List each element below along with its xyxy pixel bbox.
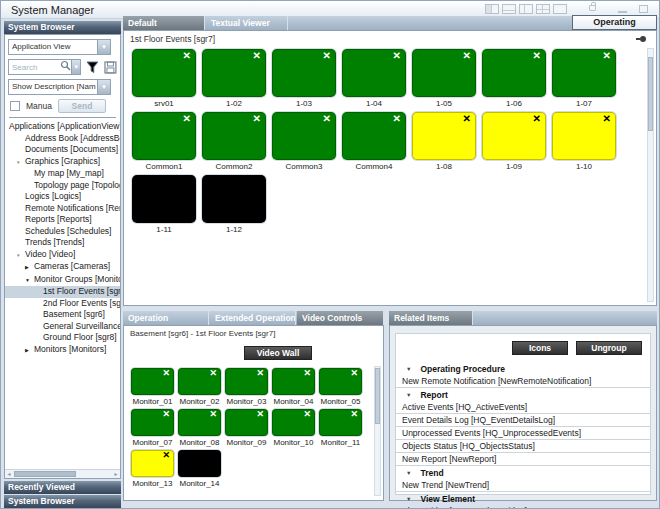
- scrollbar-thumb[interactable]: [648, 57, 653, 131]
- monitor-tile[interactable]: ✕: [272, 49, 336, 97]
- close-icon[interactable]: ✕: [162, 450, 170, 460]
- monitor-tile[interactable]: ✕: [272, 409, 315, 436]
- close-icon[interactable]: ✕: [533, 50, 541, 61]
- layout-icon-2[interactable]: [502, 4, 516, 14]
- collapse-arrow-icon[interactable]: ▼: [406, 470, 411, 476]
- close-icon[interactable]: ✕: [183, 50, 191, 61]
- layout-icon-1[interactable]: [485, 4, 499, 14]
- tree-item[interactable]: Schedules [Schedules]: [5, 226, 120, 238]
- tree-item[interactable]: Remote Notifications [RemoteNotificat: [5, 203, 120, 215]
- related-item[interactable]: Event Details Log [HQ_EventDetailsLog]: [396, 414, 650, 427]
- search-input[interactable]: [9, 60, 60, 74]
- monitor-tile[interactable]: ✕: [272, 368, 315, 395]
- chevron-down-icon[interactable]: ▼: [97, 80, 110, 94]
- tab-default[interactable]: Default: [123, 16, 205, 30]
- close-icon[interactable]: ✕: [256, 409, 264, 419]
- close-icon[interactable]: ✕: [323, 50, 331, 61]
- monitor-tile[interactable]: ✕: [202, 112, 266, 160]
- tab-extended-operation[interactable]: Extended Operation: [210, 311, 296, 325]
- monitor-tile[interactable]: ✕: [132, 112, 196, 160]
- monitor-tile[interactable]: ✕: [225, 409, 268, 436]
- collapse-arrow-icon[interactable]: ▼: [406, 366, 411, 372]
- close-icon[interactable]: ✕: [350, 409, 358, 419]
- tree-horizontal-scrollbar[interactable]: ◄ ►: [5, 469, 120, 478]
- tree-item[interactable]: 1st Floor Events [sgr7]: [5, 286, 120, 298]
- view-selector[interactable]: Application View ▼: [8, 39, 111, 55]
- save-icon[interactable]: [104, 61, 117, 74]
- monitor-tile[interactable]: ✕: [131, 368, 174, 395]
- section-header[interactable]: ▼View Element: [396, 492, 650, 505]
- send-button[interactable]: Send: [58, 99, 106, 113]
- layout-icon-4[interactable]: [536, 4, 550, 14]
- close-icon[interactable]: ✕: [603, 50, 611, 61]
- monitor-tile[interactable]: ✕: [319, 409, 362, 436]
- main-vertical-scrollbar[interactable]: [647, 48, 654, 302]
- monitor-tile[interactable]: ✕: [319, 368, 362, 395]
- manual-checkbox[interactable]: [10, 101, 20, 111]
- recently-viewed-bar[interactable]: Recently Viewed: [4, 481, 121, 494]
- scrollbar-thumb[interactable]: [14, 471, 76, 477]
- tree-item[interactable]: Trends [Trends]: [5, 237, 120, 249]
- monitor-tile[interactable]: ✕: [552, 112, 616, 160]
- tree-item[interactable]: ▼Video [Video]: [5, 249, 120, 262]
- close-icon[interactable]: ✕: [303, 409, 311, 419]
- monitor-tile[interactable]: ✕: [178, 409, 221, 436]
- tree-item[interactable]: Logics [Logics]: [5, 191, 120, 203]
- monitor-tile[interactable]: [178, 450, 221, 477]
- related-item[interactable]: Active Events [HQ_ActiveEvents]: [396, 401, 650, 414]
- collapse-arrow-icon[interactable]: ▼: [25, 275, 34, 287]
- scroll-left-icon[interactable]: ◄: [5, 470, 13, 478]
- close-icon[interactable]: ✕: [162, 409, 170, 419]
- system-browser-header[interactable]: System Browser: [4, 21, 121, 34]
- filter-icon[interactable]: [86, 61, 99, 74]
- related-item[interactable]: Objects Status [HQ_ObjectsStatus]: [396, 440, 650, 453]
- system-browser-bar[interactable]: System Browser: [4, 495, 121, 508]
- collapse-arrow-icon[interactable]: ▼: [16, 250, 25, 262]
- monitor-tile[interactable]: [202, 175, 266, 223]
- close-icon[interactable]: ✕: [463, 113, 471, 124]
- tree-item[interactable]: Applications [ApplicationView]: [5, 121, 120, 133]
- tab-related-items[interactable]: Related Items: [389, 311, 473, 325]
- tree-item[interactable]: 2nd Floor Events [sgr12]: [5, 298, 120, 310]
- ungroup-button[interactable]: Ungroup: [576, 341, 642, 355]
- related-item[interactable]: New Trend [NewTrend]: [396, 479, 650, 492]
- section-header[interactable]: ▼Trend: [396, 466, 650, 479]
- close-icon[interactable]: ✕: [253, 113, 261, 124]
- monitor-tile[interactable]: ✕: [342, 49, 406, 97]
- monitor-tile[interactable]: ✕: [482, 112, 546, 160]
- close-icon[interactable]: ✕: [350, 368, 358, 378]
- tree-item[interactable]: ▼Graphics [Graphics]: [5, 156, 120, 169]
- collapse-arrow-icon[interactable]: ▼: [406, 496, 411, 502]
- vc-vertical-scrollbar[interactable]: [374, 366, 381, 496]
- tree-item[interactable]: Topology page [Topology_page]: [5, 180, 120, 192]
- tab-video-controls[interactable]: Video Controls: [297, 311, 384, 325]
- monitor-tile[interactable]: ✕: [178, 368, 221, 395]
- scroll-right-icon[interactable]: ►: [112, 470, 120, 478]
- expand-arrow-icon[interactable]: ▶: [25, 262, 34, 274]
- close-icon[interactable]: ✕: [463, 50, 471, 61]
- close-icon[interactable]: ✕: [209, 409, 217, 419]
- operating-button[interactable]: Operating: [572, 15, 657, 30]
- minimize-icon[interactable]: [618, 11, 627, 13]
- collapse-arrow-icon[interactable]: ▼: [16, 157, 25, 169]
- section-header[interactable]: ▼Report: [396, 388, 650, 401]
- icons-button[interactable]: Icons: [512, 341, 568, 355]
- tree-item[interactable]: Documents [Documents]: [5, 144, 120, 156]
- tab-textual-viewer[interactable]: Textual Viewer: [206, 16, 288, 30]
- monitor-tile[interactable]: ✕: [132, 49, 196, 97]
- search-dropdown-icon[interactable]: ▼: [71, 60, 80, 74]
- close-icon[interactable]: ✕: [256, 368, 264, 378]
- lock-icon[interactable]: [589, 5, 596, 11]
- section-header[interactable]: ▼Operating Procedure: [396, 362, 650, 375]
- monitor-tile[interactable]: ✕: [482, 49, 546, 97]
- collapse-arrow-icon[interactable]: ▼: [406, 392, 411, 398]
- monitor-tile[interactable]: ✕: [131, 409, 174, 436]
- monitor-tile[interactable]: ✕: [272, 112, 336, 160]
- close-icon[interactable]: ✕: [393, 113, 401, 124]
- description-selector[interactable]: Show Description [Nam ▼: [8, 79, 111, 95]
- monitor-tile[interactable]: ✕: [225, 368, 268, 395]
- expand-arrow-icon[interactable]: ▶: [25, 345, 34, 357]
- related-item[interactable]: New Remote Notification [NewRemoteNotifi…: [396, 375, 650, 388]
- close-icon[interactable]: ✕: [253, 50, 261, 61]
- search-icon[interactable]: [60, 60, 71, 72]
